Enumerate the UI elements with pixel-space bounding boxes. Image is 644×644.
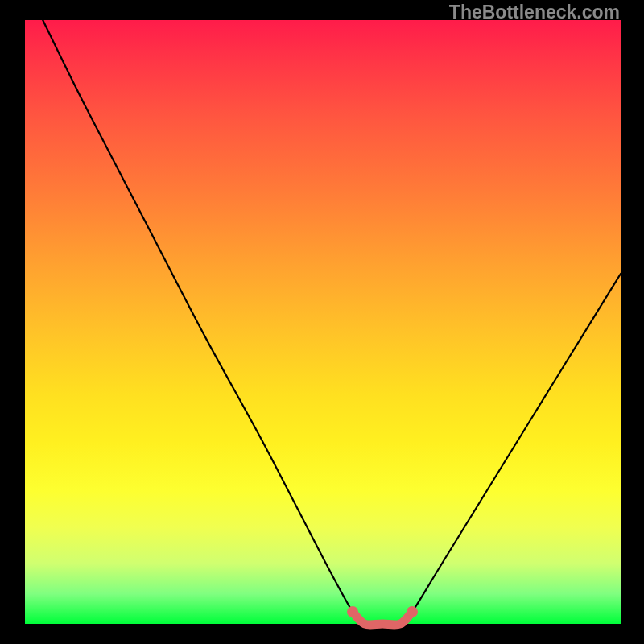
chart-overlay: [25, 20, 621, 624]
valley-endpoint-left: [347, 606, 358, 617]
bottleneck-curve: [43, 20, 621, 625]
valley-endpoint-right: [407, 606, 418, 617]
valley-highlight: [353, 612, 412, 625]
